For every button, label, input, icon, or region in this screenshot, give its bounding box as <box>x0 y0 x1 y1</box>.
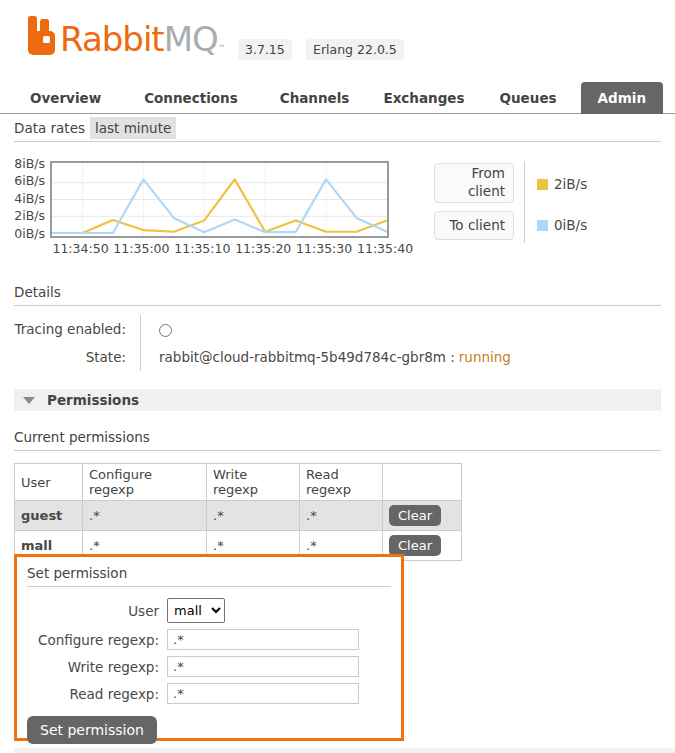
configure-regexp-row: Configure regexp: <box>27 629 391 650</box>
legend-swatch <box>537 179 548 190</box>
tab-queues[interactable]: Queues <box>500 90 557 106</box>
col-write: Write regexp <box>207 464 300 501</box>
rabbitmq-admin-page: RabbitMQ™ 3.7.15 Erlang 22.0.5 Overview … <box>0 0 675 753</box>
clear-permission-button[interactable]: Clear <box>389 505 441 526</box>
write-regexp-row: Write regexp: <box>27 656 391 677</box>
read-regexp-row: Read regexp: <box>27 683 391 704</box>
to-client-button[interactable]: To client <box>434 211 514 240</box>
brand-trademark: ™ <box>218 44 226 53</box>
col-actions <box>383 464 462 501</box>
chart-y-axis: 8iB/s6iB/s4iB/s2iB/s0iB/s <box>0 158 45 240</box>
set-permission-panel: Set permission User mall Configure regex… <box>14 554 404 741</box>
permissions-section-title: Permissions <box>47 392 139 408</box>
tracing-enabled-radio[interactable] <box>159 324 172 337</box>
chevron-down-icon <box>23 397 35 404</box>
data-rates-heading: Data rateslast minute <box>14 120 176 136</box>
rate-range-selector[interactable]: last minute <box>90 117 176 139</box>
state-row: State: rabbit@cloud-rabbitmq-5b49d784c-g… <box>14 343 511 371</box>
configure-regexp-input[interactable] <box>167 629 359 650</box>
rabbitmq-logo: RabbitMQ™ <box>27 16 226 56</box>
data-rates-divider <box>14 141 661 142</box>
legend-to-client: 0iB/s <box>537 217 587 233</box>
perm-user: guest <box>15 501 83 531</box>
clear-permission-button[interactable]: Clear <box>389 535 441 556</box>
col-configure: Configure regexp <box>83 464 207 501</box>
legend-rate-label: 2iB/s <box>554 176 587 192</box>
current-permissions-table: User Configure regexp Write regexp Read … <box>14 463 462 561</box>
write-regexp-input[interactable] <box>167 656 359 677</box>
state-running: running <box>459 349 511 365</box>
read-regexp-input[interactable] <box>167 683 359 704</box>
perm-read: .* <box>300 501 383 531</box>
data-rates-chart <box>50 161 389 238</box>
read-regexp-label: Read regexp: <box>27 686 167 702</box>
permissions-section-toggle[interactable]: Permissions <box>14 389 661 411</box>
col-user: User <box>15 464 83 501</box>
tab-admin[interactable]: Admin <box>581 82 663 114</box>
tab-connections[interactable]: Connections <box>144 90 238 106</box>
legend-from-client: 2iB/s <box>537 176 587 192</box>
configure-regexp-label: Configure regexp: <box>27 632 167 648</box>
state-value: rabbit@cloud-rabbitmq-5b49d784c-gbr8m :r… <box>140 343 511 371</box>
perm-action-cell: Clear <box>383 501 462 531</box>
table-row: guest .* .* .* Clear <box>15 501 462 531</box>
state-node: rabbit@cloud-rabbitmq-5b49d784c-gbr8m <box>159 349 446 365</box>
rates-chart-svg <box>52 163 387 236</box>
nav-tabbar: Overview Connections Channels Exchanges … <box>0 82 675 114</box>
set-permission-button[interactable]: Set permission <box>27 716 157 744</box>
details-grid: Tracing enabled: State: rabbit@cloud-rab… <box>14 315 511 371</box>
tracing-value <box>140 315 172 343</box>
tracing-label: Tracing enabled: <box>14 321 140 337</box>
legend-divider <box>524 161 525 243</box>
col-read: Read regexp <box>300 464 383 501</box>
details-section-title: Details <box>14 284 661 306</box>
perm-configure: .* <box>83 501 207 531</box>
chart-x-axis: 11:34:5011:35:0011:35:1011:35:2011:35:30… <box>50 241 430 257</box>
legend-rate-label: 0iB/s <box>554 217 587 233</box>
erlang-version-badge: Erlang 22.0.5 <box>306 39 404 60</box>
tab-channels[interactable]: Channels <box>280 90 350 106</box>
write-regexp-label: Write regexp: <box>27 659 167 675</box>
from-client-button[interactable]: From client <box>434 163 514 203</box>
legend-swatch <box>537 220 548 231</box>
state-label: State: <box>14 349 140 365</box>
set-permission-title: Set permission <box>27 565 391 587</box>
rabbitmq-rabbit-icon <box>27 16 56 56</box>
tracing-row: Tracing enabled: <box>14 315 511 343</box>
table-header-row: User Configure regexp Write regexp Read … <box>15 464 462 501</box>
user-select-label: User <box>27 603 167 619</box>
brand-text: RabbitMQ™ <box>60 22 226 56</box>
brand-rabbit: Rabbit <box>60 19 164 59</box>
current-permissions-title: Current permissions <box>14 429 661 451</box>
next-section-bar <box>14 748 675 753</box>
user-select[interactable]: mall <box>167 598 225 623</box>
data-rates-title: Data rates <box>14 120 85 136</box>
version-badge: 3.7.15 <box>238 39 292 60</box>
state-separator: : <box>450 349 455 365</box>
tab-overview[interactable]: Overview <box>30 90 101 106</box>
brand-mq: MQ <box>164 19 218 59</box>
user-select-row: User mall <box>27 598 391 623</box>
tab-exchanges[interactable]: Exchanges <box>383 90 464 106</box>
perm-write: .* <box>207 501 300 531</box>
